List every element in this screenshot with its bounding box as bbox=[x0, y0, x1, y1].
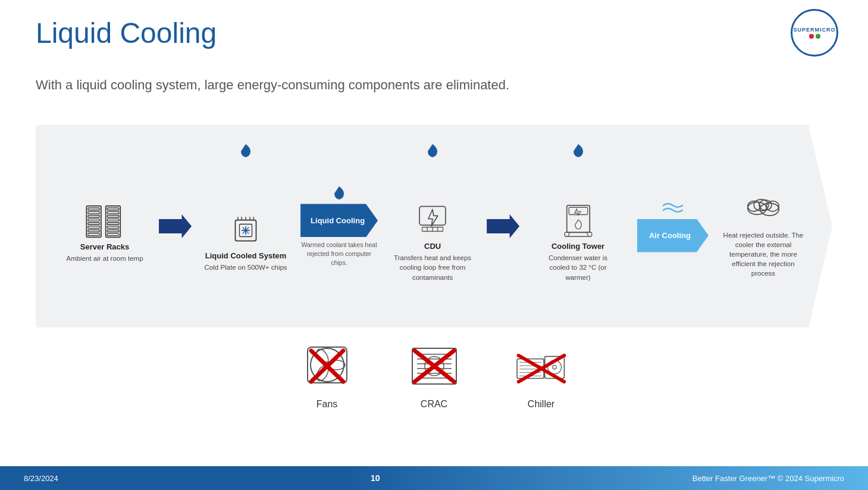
fans-label: Fans bbox=[317, 399, 338, 410]
eliminated-crac: CRAC bbox=[405, 339, 464, 410]
liquid-cooled-sublabel: Cold Plate on 500W+ chips bbox=[205, 263, 287, 272]
footer: 8/23/2024 10 Better Faster Greener™ © 20… bbox=[0, 466, 868, 490]
svg-rect-10 bbox=[107, 208, 118, 211]
eliminated-section: Fans CRAC bbox=[0, 339, 868, 410]
clouds-icon bbox=[742, 186, 784, 228]
supermicro-logo: SUPERMICRO bbox=[779, 12, 850, 54]
server-racks-label: Server Racks bbox=[80, 242, 129, 251]
svg-rect-14 bbox=[107, 223, 118, 225]
page-title: Liquid Cooling bbox=[36, 17, 217, 49]
cdu-label: CDU bbox=[424, 242, 441, 251]
diagram-area: Server Racks Ambient air at room temp bbox=[36, 125, 832, 327]
svg-rect-11 bbox=[107, 212, 118, 214]
crac-icon bbox=[408, 342, 461, 390]
cdu-icon bbox=[412, 200, 453, 242]
step-server-racks: Server Racks Ambient air at room temp bbox=[54, 137, 156, 316]
footer-page-number: 10 bbox=[371, 473, 380, 483]
water-drop-4 bbox=[572, 143, 584, 158]
svg-rect-2 bbox=[88, 212, 99, 214]
liquid-cooling-desc: Warmed coolant takes heat rejected from … bbox=[300, 241, 378, 267]
svg-rect-3 bbox=[88, 216, 99, 218]
cooling-tower-sublabel: Condenser water is cooled to 32 °C (or w… bbox=[540, 253, 617, 282]
step-cdu: CDU Transfers heat and keeps cooling loo… bbox=[381, 137, 484, 316]
cooling-tower-label: Cooling Tower bbox=[551, 242, 604, 251]
subtitle-text: With a liquid cooling system, large ener… bbox=[36, 77, 509, 93]
water-drop-3 bbox=[427, 143, 438, 158]
svg-rect-5 bbox=[88, 223, 99, 225]
svg-point-69 bbox=[552, 365, 556, 369]
arrow-1 bbox=[159, 214, 192, 238]
step-clouds: Heat rejected outside. The cooler the ex… bbox=[712, 137, 814, 316]
svg-rect-7 bbox=[88, 230, 99, 232]
footer-copyright: Better Faster Greener™ © 2024 Supermicro bbox=[692, 474, 844, 483]
svg-rect-8 bbox=[88, 234, 99, 236]
fans-icon bbox=[300, 342, 354, 390]
water-drop-2 bbox=[333, 185, 345, 201]
cooling-tower-icon bbox=[557, 200, 599, 242]
svg-line-38 bbox=[587, 233, 589, 237]
server-racks-sublabel: Ambient air at room temp bbox=[66, 254, 143, 263]
svg-rect-0 bbox=[86, 206, 101, 238]
svg-rect-13 bbox=[107, 219, 118, 221]
svg-rect-12 bbox=[107, 216, 118, 218]
eliminated-chiller: Chiller bbox=[512, 339, 571, 410]
step-cooling-tower: Cooling Tower Condenser water is cooled … bbox=[522, 137, 634, 316]
step-liquid-cooled: Liquid Cooled System Cold Plate on 500W+… bbox=[195, 137, 297, 316]
crac-label: CRAC bbox=[421, 399, 447, 410]
svg-rect-1 bbox=[88, 208, 99, 211]
svg-line-37 bbox=[568, 233, 570, 237]
cdu-sublabel: Transfers heat and keeps cooling loop fr… bbox=[394, 253, 471, 282]
footer-date: 8/23/2024 bbox=[24, 474, 58, 483]
wind-icon bbox=[662, 201, 684, 216]
clouds-label: Heat rejected outside. The cooler the ex… bbox=[722, 230, 805, 278]
eliminated-fans: Fans bbox=[297, 339, 357, 410]
chiller-label: Chiller bbox=[528, 399, 554, 410]
svg-rect-15 bbox=[107, 226, 118, 229]
liquid-cooling-arrow: Liquid Cooling bbox=[300, 204, 378, 237]
svg-rect-6 bbox=[88, 226, 99, 229]
liquid-cooled-label: Liquid Cooled System bbox=[205, 251, 287, 260]
svg-rect-17 bbox=[107, 234, 118, 236]
arrow-2 bbox=[487, 214, 519, 238]
server-racks-icon bbox=[84, 201, 126, 242]
chiller-icon bbox=[515, 342, 568, 390]
svg-rect-9 bbox=[106, 206, 121, 238]
svg-rect-34 bbox=[566, 205, 590, 233]
air-cooling-arrow: Air Cooling bbox=[637, 219, 709, 252]
water-drop-1 bbox=[240, 143, 252, 158]
liquid-cooled-icon bbox=[225, 210, 267, 251]
svg-rect-16 bbox=[107, 230, 118, 232]
svg-rect-4 bbox=[88, 219, 99, 221]
